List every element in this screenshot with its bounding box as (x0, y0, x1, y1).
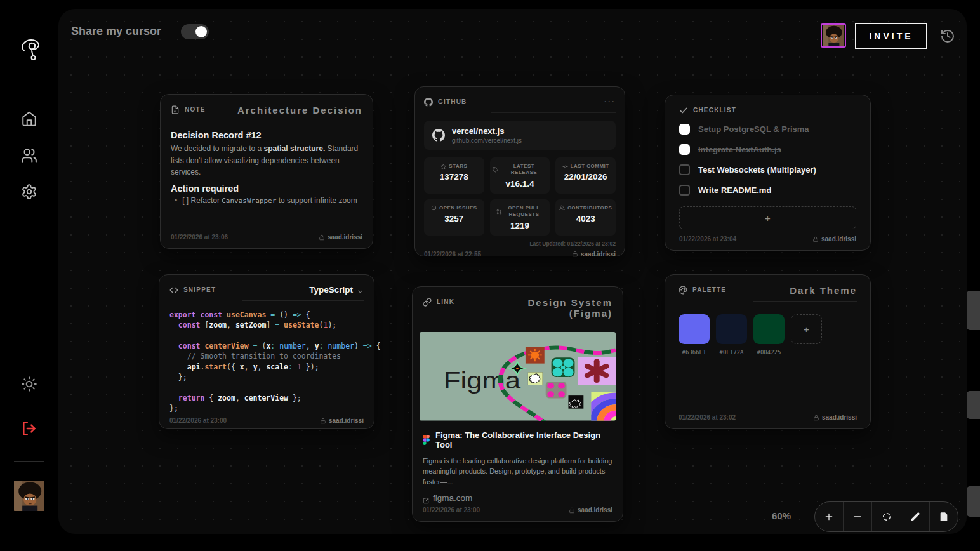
card-type-label: LINK (437, 298, 454, 305)
lock-icon (319, 234, 325, 241)
app-logo-scribble-icon[interactable] (17, 36, 43, 65)
card-date: 01/22/2026 at 23:02 (679, 414, 736, 421)
color-swatch[interactable] (679, 314, 710, 344)
sidebar-item-home[interactable] (21, 110, 37, 127)
pull-request-icon (496, 209, 502, 215)
swatch-hex-label: #004225 (753, 349, 785, 355)
palette-icon (679, 286, 687, 295)
card-type-label: CHECKLIST (693, 107, 736, 114)
chevron-down-icon (357, 286, 364, 293)
zoom-level-label: 60% (772, 510, 791, 521)
lock-icon (812, 236, 819, 242)
repo-panel[interactable]: vercel/next.js github.com/vercel/next.js (424, 121, 616, 150)
card-type-label: SNIPPET (183, 286, 216, 293)
draw-pencil-button[interactable] (901, 502, 930, 531)
background-window-artifact (967, 391, 980, 419)
checklist-item[interactable]: Test Websockets (Multiplayer) (679, 164, 856, 175)
checklist-item[interactable]: Setup PostgreSQL & Prisma (679, 124, 856, 135)
background-window-artifact (967, 291, 980, 330)
history-icon[interactable] (940, 29, 955, 44)
star-icon (440, 164, 446, 169)
card-author: saad.idrissi (572, 251, 616, 258)
language-label: TypeScript (309, 285, 353, 295)
check-icon (679, 106, 688, 115)
stat-stars: STARS 137278 (424, 157, 484, 194)
card-date: 01/22/2026 at 23:04 (679, 236, 736, 242)
link-domain[interactable]: figma.com (423, 493, 612, 503)
stat-contributors: CONTRIBUTORS 4023 (555, 199, 616, 236)
invite-button[interactable]: INVITE (855, 23, 927, 49)
github-card[interactable]: GITHUB ··· vercel/next.js github.com/ver… (414, 86, 625, 256)
sidebar-avatar[interactable] (14, 480, 44, 512)
note-paragraph: We decided to migrate to a spatial struc… (171, 143, 362, 178)
sidebar-item-settings[interactable] (21, 183, 37, 200)
card-type-label: NOTE (185, 106, 206, 113)
zoom-in-button[interactable] (815, 502, 844, 531)
card-date: 01/22/2026 at 23:00 (169, 417, 227, 424)
github-octocat-icon (432, 129, 445, 142)
card-menu-dots-icon[interactable]: ··· (491, 97, 616, 113)
checkbox-checked-icon[interactable] (679, 124, 690, 135)
new-note-button[interactable] (930, 502, 958, 531)
share-cursor-toggle[interactable] (181, 24, 209, 39)
palette-card-title[interactable]: Dark Theme (753, 285, 857, 302)
palette-card[interactable]: PALETTE Dark Theme #6366F1 #0F172A #0042… (665, 274, 871, 429)
code-icon (169, 286, 178, 295)
share-cursor-label: Share my cursor (71, 25, 161, 38)
checklist-card[interactable]: CHECKLIST Setup PostgreSQL & Prisma Inte… (665, 95, 871, 251)
card-author: saad.idrissi (320, 417, 364, 424)
logout-icon[interactable] (21, 420, 37, 437)
issue-icon (431, 205, 437, 211)
card-author: saad.idrissi (812, 236, 856, 242)
note-subheading: Action required (171, 183, 362, 194)
link-preview-image[interactable]: Figma (420, 332, 616, 421)
figma-logo-icon (423, 435, 430, 445)
sidebar-item-users[interactable] (21, 147, 37, 164)
stat-last-commit: LAST COMMIT 22/01/2026 (555, 157, 616, 194)
card-author: saad.idrissi (813, 414, 857, 421)
checklist-item-label: Write README.md (698, 185, 771, 195)
snippet-card[interactable]: SNIPPET TypeScript export const useCanva… (159, 274, 374, 429)
sidebar (0, 0, 58, 551)
fit-view-button[interactable] (872, 502, 901, 531)
checklist-item[interactable]: Write README.md (679, 185, 856, 196)
stat-latest-release: LATEST RELEASE v16.1.4 (490, 157, 550, 194)
language-dropdown[interactable]: TypeScript (242, 285, 364, 301)
contributors-icon (559, 205, 565, 211)
link-card[interactable]: LINK Design System (Figma) Figma (412, 286, 623, 522)
github-stats-grid: STARS 137278 LATEST RELEASE v16.1.4 LAST… (424, 157, 616, 236)
theme-toggle-sun-icon[interactable] (21, 376, 37, 392)
add-swatch-button[interactable]: + (791, 314, 822, 344)
swatch-hex-label: #6366F1 (679, 349, 710, 355)
tag-icon (493, 167, 498, 173)
color-swatch[interactable] (716, 314, 747, 344)
card-type-label: PALETTE (692, 286, 726, 293)
note-heading: Decision Record #12 (171, 130, 362, 140)
commit-icon (562, 164, 568, 169)
topbar-avatar[interactable] (821, 23, 846, 48)
link-description: Figma is the leading collaborative desig… (423, 456, 612, 488)
card-type-label: GITHUB (438, 98, 467, 105)
code-block[interactable]: export const useCanvas = () => { const [… (169, 310, 364, 413)
stat-open-issues: OPEN ISSUES 3257 (424, 199, 484, 236)
external-link-icon (423, 495, 429, 501)
sidebar-divider (14, 461, 44, 462)
zoom-out-button[interactable] (844, 502, 872, 531)
repo-url: github.com/vercel/next.js (452, 137, 522, 144)
link-icon (423, 298, 432, 307)
checkbox-checked-icon[interactable] (679, 144, 690, 155)
add-checklist-item-button[interactable]: + (679, 206, 856, 229)
link-card-title[interactable]: Design System (Figma) (481, 297, 612, 324)
checklist-item-label: Integrate NextAuth.js (698, 145, 781, 154)
github-icon (424, 98, 433, 107)
card-author: saad.idrissi (319, 234, 362, 241)
checklist-item[interactable]: Integrate NextAuth.js (679, 144, 856, 155)
note-card-title[interactable]: Architecture Decision (232, 105, 362, 121)
note-card[interactable]: NOTE Architecture Decision Decision Reco… (160, 94, 373, 249)
card-date: 01/22/2026 at 23:06 (171, 234, 228, 241)
color-swatch[interactable] (753, 314, 785, 344)
card-author: saad.idrissi (569, 507, 612, 514)
checkbox-unchecked-icon[interactable] (679, 164, 690, 175)
stat-open-pull-requests: OPEN PULL REQUESTS 1219 (490, 199, 550, 236)
checkbox-unchecked-icon[interactable] (679, 185, 690, 196)
